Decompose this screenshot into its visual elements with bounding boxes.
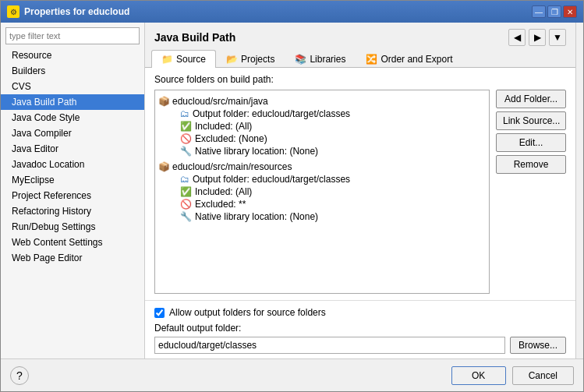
libraries-tab-label: Libraries: [310, 54, 345, 65]
excluded-icon-2: 🚫: [180, 199, 192, 210]
sidebar-item-run-debug[interactable]: Run/Debug Settings: [1, 219, 144, 235]
tree-item-src-main-resources[interactable]: 📦 educloud/src/main/resources: [158, 161, 486, 173]
minimize-button[interactable]: —: [532, 5, 546, 18]
tab-projects[interactable]: 📂 Projects: [216, 50, 285, 68]
tree-child-included-1[interactable]: ✅ Included: (All): [158, 120, 486, 132]
tree-root-1-label: educloud/src/main/java: [172, 96, 268, 107]
app-icon: ⚙: [7, 5, 19, 18]
output-folder-label-2: Output folder: educloud/target/classes: [193, 174, 350, 185]
output-folder-input[interactable]: [154, 337, 505, 354]
right-header: Java Build Path ◀ ▶ ▼: [145, 23, 575, 49]
tree-child-output-1[interactable]: 🗂 Output folder: educloud/target/classes: [158, 108, 486, 120]
back-button[interactable]: ◀: [508, 29, 526, 46]
source-tab-icon: 📁: [161, 54, 173, 65]
sidebar-item-web-content[interactable]: Web Content Settings: [1, 235, 144, 250]
cancel-button[interactable]: Cancel: [512, 366, 574, 385]
tab-order-export[interactable]: 🔀 Order and Export: [356, 50, 462, 68]
tree-root-1: 📦 educloud/src/main/java 🗂 Output folder…: [158, 94, 486, 159]
sidebar-item-resource[interactable]: Resource: [1, 48, 144, 63]
excluded-label-1: Excluded: (None): [195, 133, 267, 144]
allow-output-checkbox[interactable]: [154, 308, 165, 318]
projects-tab-icon: 📂: [226, 54, 238, 65]
order-export-tab-label: Order and Export: [380, 54, 452, 65]
dialog: ⚙ Properties for educloud — ❐ ✕ Resource…: [0, 0, 584, 392]
libraries-tab-icon: 📚: [295, 54, 306, 65]
page-title: Java Build Path: [154, 31, 235, 44]
dialog-body: Resource Builders CVS Java Build Path Ja…: [1, 23, 583, 391]
native-label-2: Native library location: (None): [195, 211, 318, 222]
ok-button[interactable]: OK: [451, 366, 506, 385]
included-label-2: Included: (All): [195, 186, 252, 197]
included-icon-2: ✅: [180, 186, 192, 197]
native-icon-2: 🔧: [180, 211, 192, 222]
output-folder-row: Browse...: [154, 337, 566, 354]
tab-libraries[interactable]: 📚 Libraries: [285, 50, 356, 68]
tree-child-native-2[interactable]: 🔧 Native library location: (None): [158, 210, 486, 223]
tree-child-excluded-1[interactable]: 🚫 Excluded: (None): [158, 132, 486, 145]
bottom-section: Allow output folders for source folders …: [145, 300, 575, 358]
scrollbar[interactable]: [575, 23, 583, 358]
tree-child-output-2[interactable]: 🗂 Output folder: educloud/target/classes: [158, 173, 486, 185]
source-tab-label: Source: [176, 54, 206, 65]
edit-button[interactable]: Edit...: [496, 133, 566, 152]
dialog-footer: ? OK Cancel: [1, 358, 583, 391]
panel-with-scrollbar: Java Build Path ◀ ▶ ▼ 📁 Source: [145, 23, 583, 358]
side-buttons: Add Folder... Link Source... Edit... Rem…: [496, 90, 566, 294]
included-icon-1: ✅: [180, 121, 192, 132]
left-panel: Resource Builders CVS Java Build Path Ja…: [1, 23, 145, 358]
sidebar-item-myeclipse[interactable]: MyEclipse: [1, 172, 144, 188]
native-label-1: Native library location: (None): [195, 146, 318, 157]
footer-right: OK Cancel: [451, 366, 574, 385]
sidebar-item-project-references[interactable]: Project References: [1, 188, 144, 203]
remove-button[interactable]: Remove: [496, 155, 566, 174]
filter-box: [1, 23, 144, 48]
tree-child-native-1[interactable]: 🔧 Native library location: (None): [158, 145, 486, 157]
nav-list: Resource Builders CVS Java Build Path Ja…: [1, 48, 144, 358]
folder-icon-2: 📦: [158, 161, 170, 172]
title-bar-left: ⚙ Properties for educloud: [7, 5, 129, 18]
tree-root-2-label: educloud/src/main/resources: [172, 161, 292, 172]
title-bar: ⚙ Properties for educloud — ❐ ✕: [1, 1, 583, 23]
tabs-bar: 📁 Source 📂 Projects 📚 Libraries: [145, 49, 575, 68]
panel-content: Source folders on build path: 📦 educloud…: [145, 68, 575, 300]
excluded-label-2: Excluded: **: [195, 199, 246, 210]
sidebar-item-java-build-path[interactable]: Java Build Path: [1, 94, 144, 110]
tree-item-src-main-java[interactable]: 📦 educloud/src/main/java: [158, 95, 486, 108]
browse-button[interactable]: Browse...: [510, 337, 566, 354]
tree-root-2: 📦 educloud/src/main/resources 🗂 Output f…: [158, 159, 486, 224]
add-folder-button[interactable]: Add Folder...: [496, 90, 566, 108]
tree-child-excluded-2[interactable]: 🚫 Excluded: **: [158, 198, 486, 210]
footer-left: ?: [10, 366, 29, 385]
tree-panel: 📦 educloud/src/main/java 🗂 Output folder…: [154, 90, 490, 294]
source-section-label: Source folders on build path:: [154, 74, 566, 85]
main-split: 📦 educloud/src/main/java 🗂 Output folder…: [154, 90, 566, 294]
sidebar-item-builders[interactable]: Builders: [1, 63, 144, 79]
output-icon-1: 🗂: [180, 108, 189, 119]
link-source-button[interactable]: Link Source...: [496, 111, 566, 130]
excluded-icon-1: 🚫: [180, 133, 192, 144]
right-panel-wrapper: Java Build Path ◀ ▶ ▼ 📁 Source: [145, 23, 583, 358]
close-button[interactable]: ✕: [563, 5, 577, 18]
output-folder-heading: Default output folder:: [154, 323, 566, 334]
sidebar-item-refactoring-history[interactable]: Refactoring History: [1, 203, 144, 219]
sidebar-item-cvs[interactable]: CVS: [1, 79, 144, 94]
forward-button[interactable]: ▶: [529, 29, 546, 46]
sidebar-item-java-code-style[interactable]: Java Code Style: [1, 110, 144, 125]
dropdown-button[interactable]: ▼: [549, 29, 566, 46]
projects-tab-label: Projects: [241, 54, 274, 65]
dialog-title: Properties for educloud: [24, 6, 129, 17]
sidebar-item-java-compiler[interactable]: Java Compiler: [1, 125, 144, 141]
sidebar-item-javadoc-location[interactable]: Javadoc Location: [1, 157, 144, 172]
help-button[interactable]: ?: [10, 366, 29, 385]
filter-input[interactable]: [5, 27, 140, 44]
sidebar-item-java-editor[interactable]: Java Editor: [1, 141, 144, 157]
included-label-1: Included: (All): [195, 121, 252, 132]
tree-child-included-2[interactable]: ✅ Included: (All): [158, 185, 486, 198]
restore-button[interactable]: ❐: [547, 5, 561, 18]
tab-source[interactable]: 📁 Source: [151, 50, 216, 68]
checkbox-row: Allow output folders for source folders: [154, 307, 566, 318]
order-export-tab-icon: 🔀: [366, 54, 377, 65]
title-controls: — ❐ ✕: [532, 5, 577, 18]
output-icon-2: 🗂: [180, 174, 189, 185]
sidebar-item-web-page[interactable]: Web Page Editor: [1, 250, 144, 266]
